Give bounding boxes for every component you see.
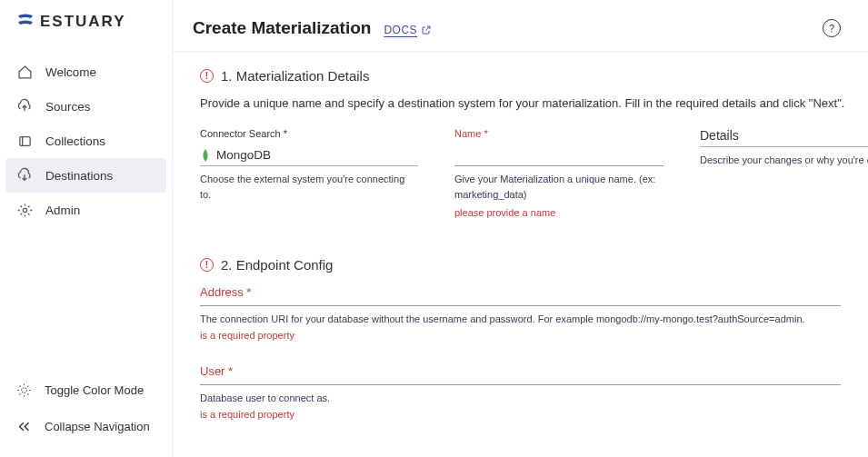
connector-search-field: Connector Search * MongoDB Choose the ex… — [200, 128, 418, 221]
sidebar: ESTUARY Welcome Sources Collections — [0, 0, 173, 457]
docs-link[interactable]: DOCS — [384, 24, 432, 36]
field-label: Name * — [454, 128, 663, 139]
svg-point-1 — [23, 208, 26, 212]
details-field: Details Describe your changes or why you… — [700, 128, 868, 221]
section-description: Provide a unique name and specify a dest… — [200, 96, 868, 110]
toggle-color-mode-button[interactable]: Toggle Color Mode — [0, 372, 172, 409]
field-help: Describe your changes or why you're cha — [700, 153, 868, 168]
collapse-navigation-label: Collapse Navigation — [45, 420, 150, 433]
cloud-download-icon — [16, 167, 33, 184]
address-input[interactable] — [200, 304, 841, 306]
sidebar-item-welcome[interactable]: Welcome — [0, 55, 172, 89]
main-nav: Welcome Sources Collections Destinations — [0, 45, 172, 372]
field-help: Give your Materialization a unique name.… — [454, 172, 663, 202]
question-mark-icon: ? — [829, 23, 834, 34]
connector-value: MongoDB — [216, 148, 271, 162]
details-field-row: Connector Search * MongoDB Choose the ex… — [200, 128, 868, 221]
field-error: please provide a name — [454, 205, 663, 221]
docs-link-label: DOCS — [384, 24, 417, 36]
estuary-logo-icon — [16, 13, 35, 31]
field-label: User * — [200, 364, 841, 378]
gear-icon — [16, 202, 33, 218]
connector-search-input[interactable]: MongoDB — [200, 144, 418, 166]
main-content: Create Materialization DOCS ? ! 1. Mater… — [173, 0, 868, 457]
collapse-navigation-button[interactable]: Collapse Navigation — [0, 409, 172, 444]
sun-icon — [16, 382, 32, 398]
field-error: is a required property — [200, 330, 841, 341]
page-header: Create Materialization DOCS ? — [173, 0, 868, 52]
field-help: Choose the external system you're connec… — [200, 172, 418, 202]
sidebar-item-admin[interactable]: Admin — [0, 193, 172, 227]
brand-name: ESTUARY — [40, 13, 126, 31]
section-head-endpoint: ! 2. Endpoint Config — [200, 257, 868, 273]
endpoint-config: Address * The connection URI for your da… — [200, 285, 868, 420]
field-help: Database user to connect as. — [200, 392, 841, 403]
mongodb-icon — [200, 149, 211, 162]
svg-rect-0 — [19, 136, 29, 145]
section-title: 1. Materialization Details — [221, 68, 369, 84]
user-field: User * Database user to connect as. is a… — [200, 364, 868, 420]
field-help: The connection URI for your database wit… — [200, 313, 841, 324]
field-error: is a required property — [200, 409, 841, 420]
database-icon — [16, 133, 33, 149]
home-icon — [16, 64, 33, 80]
svg-point-2 — [22, 388, 27, 393]
sidebar-item-label: Welcome — [45, 65, 96, 79]
sidebar-item-collections[interactable]: Collections — [0, 124, 172, 158]
sidebar-item-label: Destinations — [45, 169, 113, 183]
field-label: Connector Search * — [200, 128, 418, 139]
section-head-details: ! 1. Materialization Details — [200, 68, 868, 84]
brand-logo: ESTUARY — [0, 13, 172, 45]
bottom-nav: Toggle Color Mode Collapse Navigation — [0, 372, 172, 448]
section-title: 2. Endpoint Config — [221, 257, 333, 273]
sidebar-item-destinations[interactable]: Destinations — [5, 158, 166, 193]
field-label: Address * — [200, 285, 841, 299]
address-field: Address * The connection URI for your da… — [200, 285, 868, 341]
sidebar-item-sources[interactable]: Sources — [0, 89, 172, 124]
sidebar-item-label: Admin — [45, 204, 80, 217]
help-button[interactable]: ? — [823, 19, 841, 37]
page-title: Create Materialization — [193, 18, 371, 38]
user-input[interactable] — [200, 383, 841, 385]
alert-icon: ! — [200, 69, 214, 83]
name-input[interactable] — [454, 144, 663, 166]
cloud-upload-icon — [16, 98, 33, 114]
external-link-icon — [421, 25, 432, 35]
sidebar-item-label: Sources — [45, 100, 91, 114]
field-label: Details — [700, 128, 868, 147]
alert-icon: ! — [200, 258, 214, 272]
sidebar-item-label: Collections — [45, 134, 105, 148]
collapse-icon — [16, 420, 32, 433]
toggle-color-mode-label: Toggle Color Mode — [45, 383, 144, 397]
form-content: ! 1. Materialization Details Provide a u… — [173, 52, 868, 457]
name-field: Name * Give your Materialization a uniqu… — [454, 128, 663, 221]
